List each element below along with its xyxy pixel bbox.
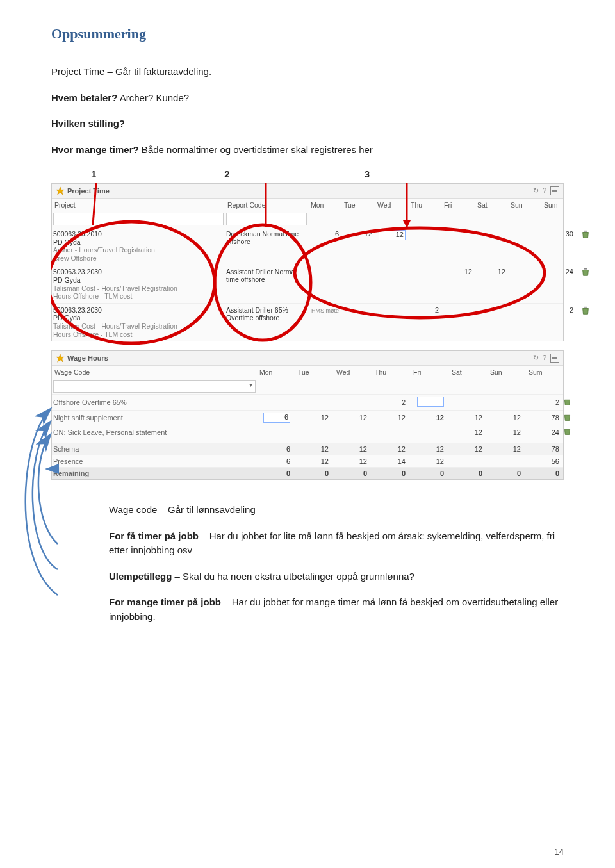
trash-icon [581, 268, 590, 277]
wage-code-select[interactable] [53, 380, 256, 393]
trash-icon [563, 413, 571, 422]
project-time-panel: Project Time ↻ ? Project Report Code Mon… [51, 183, 564, 341]
callout-2: 2 [224, 168, 229, 179]
callout-3: 3 [365, 168, 370, 179]
fri-cell[interactable]: 12 [412, 414, 450, 422]
sat-cell: 0 [450, 470, 489, 477]
thu-cell[interactable]: 12 [373, 414, 412, 422]
intro-q1: Hvem betaler? [51, 92, 117, 103]
refresh-icon[interactable]: ↻ [533, 354, 539, 363]
wage-code-label[interactable]: ON: Sick Leave, Personal statement [53, 429, 258, 436]
project-time-new-row [52, 211, 563, 227]
project-time-icon [56, 186, 65, 195]
help-icon[interactable]: ? [543, 354, 546, 363]
thu-cell: 14 [373, 457, 412, 465]
sun-cell: 12 [489, 445, 527, 453]
trash-icon [563, 427, 571, 436]
project-cell[interactable]: 500063.23.2030 PD Gyda Talisman Cost - H… [53, 268, 226, 300]
delete-row-button[interactable] [563, 413, 578, 423]
sat-cell[interactable]: 12 [450, 414, 489, 422]
body-p4: For mange timer på jobb – Har du jobbet … [109, 595, 564, 624]
sum-cell: 24 [527, 429, 563, 436]
wed-cell[interactable]: 12 [335, 414, 373, 422]
table-row: 500063.23.2030 PD Gyda Talisman Cost - H… [52, 265, 563, 302]
fri-cell[interactable]: 12 [443, 268, 476, 275]
body-p3: Ulempetillegg – Skal du ha noen ekstra u… [109, 569, 564, 584]
project-time-col-headers: Project Report Code Mon Tue Wed Thu Fri … [52, 199, 563, 211]
col-sum: Sum [541, 199, 575, 211]
mon-cell[interactable]: HMS møte [309, 306, 343, 314]
sum-cell: 2 [543, 306, 576, 314]
minimize-icon[interactable] [550, 354, 559, 363]
body-p1: Wage code – Går til lønnsavdeling [109, 503, 564, 518]
svg-rect-3 [584, 307, 587, 308]
wage-code-label[interactable]: Night shift supplement [53, 414, 258, 422]
wage-hours-icon [56, 354, 65, 363]
table-row: 500063.23.2030 PD Gyda Talisman Cost - H… [52, 303, 563, 341]
wage-new-row [52, 379, 563, 394]
fri-cell[interactable] [412, 397, 450, 408]
sun-cell[interactable]: 12 [489, 414, 527, 422]
table-row: 500063.20.2010 PD Gyda Archer - Hours/Tr… [52, 227, 563, 265]
col-mon: Mon [257, 366, 295, 379]
project-input[interactable] [53, 213, 224, 225]
col-report-code: Report Code [225, 199, 308, 211]
intro-q2: Hvor mange timer? [51, 144, 139, 155]
tue-cell[interactable]: 12 [297, 414, 335, 422]
delete-row-button[interactable] [581, 306, 590, 316]
col-tue: Tue [295, 366, 334, 379]
mon-cell[interactable]: 6 [258, 413, 297, 423]
report-code-cell[interactable]: Assistant Driller Normal time offshore [226, 268, 309, 283]
thu-cell[interactable]: 2 [409, 306, 443, 314]
col-mon: Mon [308, 199, 341, 211]
refresh-icon[interactable]: ↻ [533, 186, 539, 195]
sat-cell[interactable]: 12 [476, 268, 509, 275]
svg-marker-4 [56, 354, 64, 362]
report-code-input[interactable] [226, 213, 307, 225]
col-sum: Sum [526, 366, 562, 379]
project-cell[interactable]: 500063.20.2010 PD Gyda Archer - Hours/Tr… [53, 230, 226, 262]
sun-cell[interactable]: 12 [489, 429, 527, 436]
col-wed: Wed [375, 199, 408, 211]
remaining-label: Remaining [53, 470, 258, 477]
mon-cell: 0 [258, 470, 297, 477]
report-code-cell[interactable]: Derrickman Normal time offshore [226, 230, 309, 245]
schema-row: Schema 6 12 12 12 12 12 12 78 [52, 443, 563, 455]
fri-cell: 12 [412, 445, 450, 453]
intro-line-2: Hvem betaler? Archer? Kunde? [51, 91, 564, 106]
thu-cell[interactable]: 2 [373, 398, 412, 406]
tue-cell: 12 [297, 457, 335, 465]
delete-row-button[interactable] [581, 230, 590, 240]
table-row: ON: Sick Leave, Personal statement 12 12… [52, 425, 563, 439]
mon-cell[interactable]: 6 [309, 230, 343, 238]
delete-row-button[interactable] [563, 427, 578, 437]
col-sun: Sun [488, 366, 526, 379]
body-text-block: Wage code – Går til lønnsavdeling For få… [109, 503, 564, 624]
project-time-title: Project Time [67, 187, 110, 195]
tue-cell: 0 [297, 470, 335, 477]
tue-cell[interactable]: 12 [343, 230, 376, 238]
delete-row-button[interactable] [581, 268, 590, 278]
schema-label: Schema [53, 445, 258, 453]
report-code-cell[interactable]: Assistant Driller 65% Overtime offshore [226, 306, 309, 322]
col-sun: Sun [508, 199, 541, 211]
wage-code-label[interactable]: Offshore Overtime 65% [53, 398, 258, 406]
wed-cell: 12 [335, 445, 373, 453]
wed-cell: 12 [335, 457, 373, 465]
presence-row: Presence 6 12 12 14 12 56 [52, 455, 563, 467]
wage-hours-header: Wage Hours ↻ ? [52, 351, 563, 366]
fri-cell: 0 [412, 470, 450, 477]
svg-rect-2 [584, 268, 587, 270]
trash-icon [581, 306, 590, 315]
minimize-icon[interactable] [550, 186, 559, 195]
table-row: Offshore Overtime 65% 2 2 [52, 394, 563, 410]
delete-row-button[interactable] [563, 398, 578, 407]
col-thu: Thu [408, 199, 441, 211]
help-icon[interactable]: ? [543, 186, 546, 195]
wed-cell[interactable]: 12 [376, 230, 409, 240]
project-cell[interactable]: 500063.23.2030 PD Gyda Talisman Cost - H… [53, 306, 226, 338]
fri-cell: 12 [412, 457, 450, 465]
sat-cell[interactable]: 12 [450, 429, 489, 436]
intro-line-4: Hvor mange timer? Både normaltimer og ov… [51, 143, 564, 158]
mon-cell: 6 [258, 457, 297, 465]
